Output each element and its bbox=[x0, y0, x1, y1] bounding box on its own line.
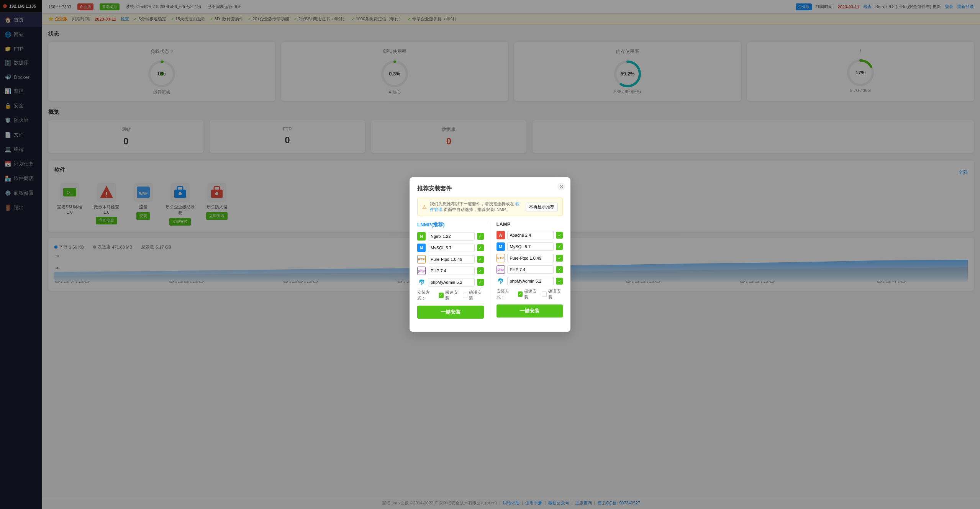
ftpd-lamp-select[interactable]: Pure-Ftpd 1.0.49 bbox=[507, 254, 554, 262]
lamp-mysql-row: M MySQL 5.7 ✓ bbox=[497, 242, 563, 251]
lnmp-fast-label: 极速安装 bbox=[445, 290, 460, 301]
mysql-lnmp-select[interactable]: MySQL 5.7 bbox=[428, 244, 475, 252]
lnmp-install-button[interactable]: 一键安装 bbox=[417, 306, 484, 319]
lnmp-fast-checkbox[interactable]: ✓ bbox=[439, 293, 443, 298]
software-manage-link[interactable]: 软件管理 bbox=[430, 201, 519, 212]
lamp-fast-label: 极速安装 bbox=[524, 288, 539, 300]
phpmyadmin-lamp-check[interactable]: ✓ bbox=[556, 278, 563, 285]
mysql-lamp-icon: M bbox=[497, 242, 505, 251]
apache-select[interactable]: Apache 2.4 bbox=[507, 231, 554, 239]
lamp-fast-install-label[interactable]: ✓ 极速安装 bbox=[518, 288, 539, 300]
lnmp-method-label: 安装方式： bbox=[417, 290, 436, 301]
lnmp-ftpd-row: FTP Pure-Ftpd 1.0.49 ✓ bbox=[417, 255, 484, 264]
lnmp-phpmyadmin-row: 🐬 phpMyAdmin 5.2 ✓ bbox=[417, 278, 484, 286]
lamp-php-row: php PHP 7.4 ✓ bbox=[497, 265, 563, 274]
modal-title: 推荐安装套件 bbox=[417, 185, 563, 192]
mysql-lamp-check[interactable]: ✓ bbox=[556, 243, 563, 250]
nginx-select[interactable]: Nginx 1.22 bbox=[428, 232, 475, 241]
lamp-title: LAMP bbox=[497, 221, 563, 227]
packages-row: LNMP(推荐) N Nginx 1.22 ✓ M MySQL 5.7 ✓ bbox=[417, 221, 563, 319]
php-lnmp-check[interactable]: ✓ bbox=[477, 267, 484, 274]
modal-close-button[interactable]: ✕ bbox=[557, 183, 565, 190]
lamp-phpmyadmin-row: 🐬 phpMyAdmin 5.2 ✓ bbox=[497, 277, 563, 285]
php-lamp-check[interactable]: ✓ bbox=[556, 266, 563, 273]
lamp-careful-label: 确谨安装 bbox=[548, 288, 563, 300]
lnmp-fast-install-label[interactable]: ✓ 极速安装 bbox=[439, 290, 460, 301]
ftpd-lnmp-icon: FTP bbox=[417, 255, 426, 264]
lamp-method-label: 安装方式： bbox=[497, 288, 515, 300]
lamp-fast-checkbox[interactable]: ✓ bbox=[518, 291, 523, 297]
php-lamp-icon: php bbox=[497, 265, 505, 274]
warning-icon: ⚠ bbox=[422, 204, 427, 210]
phpmyadmin-lamp-icon: 🐬 bbox=[497, 277, 505, 285]
lnmp-careful-label: 确谨安装 bbox=[469, 290, 483, 301]
lnmp-careful-checkbox[interactable] bbox=[463, 293, 467, 298]
lamp-apache-row: A Apache 2.4 ✓ bbox=[497, 231, 563, 239]
ftpd-lamp-check[interactable]: ✓ bbox=[556, 255, 563, 262]
lnmp-install-method: 安装方式： ✓ 极速安装 确谨安装 bbox=[417, 290, 484, 301]
mysql-lnmp-check[interactable]: ✓ bbox=[477, 244, 484, 251]
lamp-careful-checkbox[interactable] bbox=[542, 291, 546, 297]
php-lnmp-icon: php bbox=[417, 267, 426, 275]
ftpd-lnmp-select[interactable]: Pure-Ftpd 1.0.49 bbox=[428, 255, 475, 264]
nginx-icon: N bbox=[417, 232, 426, 241]
lamp-careful-install-label[interactable]: 确谨安装 bbox=[542, 288, 563, 300]
phpmyadmin-lamp-select[interactable]: phpMyAdmin 5.2 bbox=[507, 277, 554, 285]
phpmyadmin-lnmp-icon: 🐬 bbox=[417, 278, 426, 286]
modal-overlay[interactable]: 推荐安装套件 ✕ ⚠ 我们为您推荐以下一键套件，请按需选择或在 软件管理 页面中… bbox=[0, 0, 980, 509]
apache-icon: A bbox=[497, 231, 505, 239]
lamp-ftpd-row: FTP Pure-Ftpd 1.0.49 ✓ bbox=[497, 254, 563, 262]
lnmp-mysql-row: M MySQL 5.7 ✓ bbox=[417, 244, 484, 252]
ftpd-lnmp-check[interactable]: ✓ bbox=[477, 256, 484, 263]
no-show-button[interactable]: 不再显示推荐 bbox=[526, 203, 558, 211]
warning-text: 我们为您推荐以下一键套件，请按需选择或在 软件管理 页面中自动选择，推荐安装LN… bbox=[430, 201, 523, 213]
modal-warning-bar: ⚠ 我们为您推荐以下一键套件，请按需选择或在 软件管理 页面中自动选择，推荐安装… bbox=[417, 198, 563, 216]
mysql-lnmp-icon: M bbox=[417, 244, 426, 252]
ftpd-lamp-icon: FTP bbox=[497, 254, 505, 262]
phpmyadmin-lnmp-check[interactable]: ✓ bbox=[477, 279, 484, 286]
php-lamp-select[interactable]: PHP 7.4 bbox=[507, 265, 554, 274]
phpmyadmin-lnmp-select[interactable]: phpMyAdmin 5.2 bbox=[428, 278, 475, 286]
lamp-install-button[interactable]: 一键安装 bbox=[497, 304, 563, 318]
lamp-install-method: 安装方式： ✓ 极速安装 确谨安装 bbox=[497, 288, 563, 300]
lamp-column: LAMP A Apache 2.4 ✓ M MySQL 5.7 ✓ bbox=[497, 221, 563, 319]
mysql-lamp-select[interactable]: MySQL 5.7 bbox=[507, 242, 554, 251]
lnmp-careful-install-label[interactable]: 确谨安装 bbox=[463, 290, 484, 301]
modal: 推荐安装套件 ✕ ⚠ 我们为您推荐以下一键套件，请按需选择或在 软件管理 页面中… bbox=[410, 177, 570, 332]
lnmp-column: LNMP(推荐) N Nginx 1.22 ✓ M MySQL 5.7 ✓ bbox=[417, 221, 484, 319]
lnmp-title: LNMP(推荐) bbox=[417, 221, 484, 228]
php-lnmp-select[interactable]: PHP 7.4 bbox=[428, 267, 475, 275]
column-divider bbox=[490, 221, 490, 319]
lnmp-php-row: php PHP 7.4 ✓ bbox=[417, 267, 484, 275]
nginx-check[interactable]: ✓ bbox=[477, 233, 484, 240]
lnmp-nginx-row: N Nginx 1.22 ✓ bbox=[417, 232, 484, 241]
apache-check[interactable]: ✓ bbox=[556, 232, 563, 239]
